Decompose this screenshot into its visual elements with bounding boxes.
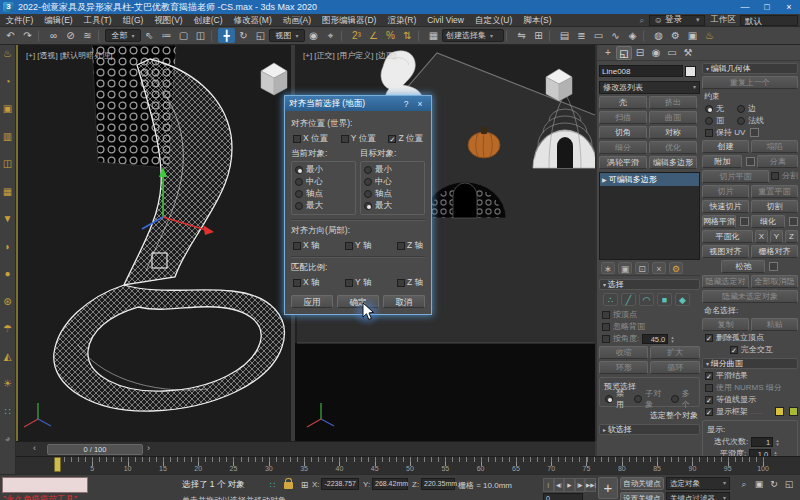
- set-keys-button[interactable]: +: [598, 477, 618, 499]
- edge-subobject-icon[interactable]: ╱: [621, 293, 636, 306]
- time-slider[interactable]: ‹ 0 / 100 ›: [16, 441, 595, 456]
- current-min-radio[interactable]: [295, 166, 303, 174]
- create-tab[interactable]: +: [600, 46, 616, 60]
- schematic-view-icon[interactable]: ◈: [624, 28, 641, 43]
- login-dropdown[interactable]: ☺ 登录 ▾: [649, 15, 705, 26]
- go-to-end-icon[interactable]: ▶▶|: [585, 478, 596, 492]
- ribbon-toggle-icon[interactable]: ▭: [590, 28, 607, 43]
- menu-scripting[interactable]: 脚本(S): [518, 14, 557, 27]
- select-and-move-icon[interactable]: ╋: [218, 28, 235, 43]
- minimize-button[interactable]: —: [734, 0, 756, 14]
- preview-subobj-radio[interactable]: [634, 395, 642, 403]
- quickslice-button[interactable]: 快速切片: [702, 200, 749, 213]
- shrink-button[interactable]: 收缩: [599, 346, 648, 359]
- cone-light-icon[interactable]: ◭: [1, 350, 15, 364]
- detach-button[interactable]: 分离: [757, 155, 798, 168]
- planar-y-button[interactable]: Y: [770, 230, 783, 243]
- constraint-none-radio[interactable]: [705, 105, 713, 113]
- modify-tab[interactable]: ◱: [616, 46, 632, 60]
- named-selection-dropdown[interactable]: 创建选择集: [442, 29, 504, 42]
- attach-settings-icon[interactable]: [746, 157, 755, 166]
- rollout-selection[interactable]: 选择: [599, 279, 700, 290]
- configure-modifier-sets-icon[interactable]: ⚙: [669, 262, 683, 274]
- scale-x-checkbox[interactable]: [293, 279, 301, 287]
- paste-button[interactable]: 粘贴: [751, 318, 798, 331]
- cage-color-swatch[interactable]: [775, 407, 784, 416]
- msmooth-settings-icon[interactable]: [740, 217, 749, 226]
- key-filters-dropdown[interactable]: 关键点过滤器...: [666, 492, 730, 500]
- select-and-scale-icon[interactable]: ◱: [252, 28, 269, 43]
- smooth-result-checkbox[interactable]: [705, 372, 713, 380]
- bind-to-space-warp-icon[interactable]: ≋: [79, 28, 96, 43]
- viewcube[interactable]: [261, 63, 287, 95]
- modifier-button-surface[interactable]: 曲面: [649, 111, 697, 124]
- expand-arrow-icon[interactable]: ▶: [602, 177, 607, 183]
- modifier-button-subdivide[interactable]: 细分: [599, 141, 647, 154]
- menu-group[interactable]: 组(G): [117, 14, 149, 27]
- unhide-all-button[interactable]: 全部取消隐藏: [751, 275, 798, 288]
- select-and-link-icon[interactable]: ∞: [45, 28, 62, 43]
- constraint-face-radio[interactable]: [705, 117, 713, 125]
- y-coord-field[interactable]: 268.42mm: [372, 478, 408, 490]
- motion-tab[interactable]: ◉: [648, 46, 664, 60]
- rectangular-selection-icon[interactable]: ▢: [175, 28, 192, 43]
- preserve-uv-checkbox[interactable]: [705, 129, 713, 137]
- menu-rendering[interactable]: 渲染(R): [382, 14, 422, 27]
- menu-civil-view[interactable]: Civil View: [422, 14, 470, 27]
- display-iterations-field[interactable]: 1: [751, 437, 773, 447]
- hide-selected-button[interactable]: 隐藏选定对象: [702, 275, 749, 288]
- viewport-label[interactable]: [+] [正交] [用户定义] [边面]: [303, 50, 396, 61]
- modifier-button-shell[interactable]: 壳: [599, 96, 647, 109]
- maximize-button[interactable]: □: [756, 0, 778, 14]
- menu-tools[interactable]: 工具(T): [78, 14, 117, 27]
- rollout-edit-geometry[interactable]: 编辑几何体: [702, 63, 798, 74]
- slice-button[interactable]: 切片: [702, 185, 749, 198]
- x-axis-checkbox[interactable]: [293, 242, 301, 250]
- menu-file[interactable]: 文件(F): [0, 14, 39, 27]
- edit-named-selection-sets-icon[interactable]: ▦: [425, 28, 442, 43]
- viewport-perspective[interactable]: [+] [透视] [默认明暗处理]: [16, 45, 291, 441]
- spinner-icon[interactable]: ▴▾: [776, 438, 782, 446]
- vertex-subobject-icon[interactable]: ∴: [603, 293, 618, 306]
- attach-button[interactable]: 附加: [702, 155, 743, 168]
- ring-button[interactable]: 环形: [599, 361, 648, 374]
- time-slider-button[interactable]: 0 / 100: [47, 444, 143, 455]
- x-coord-field[interactable]: -2238.757: [321, 478, 359, 490]
- previous-frame-arrow[interactable]: ‹: [33, 443, 36, 453]
- viewport-label[interactable]: [+] [透视] [默认明暗处理]: [26, 50, 112, 61]
- cancel-button[interactable]: 取消: [383, 295, 425, 308]
- chair-mesh[interactable]: [54, 59, 285, 411]
- cut-button[interactable]: 切割: [751, 200, 798, 213]
- zoom-extents-icon[interactable]: ▣: [752, 478, 766, 491]
- current-max-radio[interactable]: [295, 202, 303, 210]
- target-min-radio[interactable]: [364, 166, 372, 174]
- x-position-checkbox[interactable]: [293, 135, 301, 143]
- app-icon[interactable]: 3: [3, 2, 14, 12]
- redo-icon[interactable]: ↷: [19, 28, 36, 43]
- element-subobject-icon[interactable]: ◆: [675, 293, 690, 306]
- spinner-snap-icon[interactable]: ⇅: [399, 28, 416, 43]
- select-and-rotate-icon[interactable]: ↻: [235, 28, 252, 43]
- modifier-button-chamfer[interactable]: 切角: [599, 126, 647, 139]
- menu-animation[interactable]: 动画(A): [277, 14, 316, 27]
- maxscript-mini-listener[interactable]: [2, 477, 88, 493]
- reference-coordinate-dropdown[interactable]: 视图: [269, 29, 305, 42]
- hierarchy-tab[interactable]: ⊟: [632, 46, 648, 60]
- render-setup-icon[interactable]: ⚙: [667, 28, 684, 43]
- modifier-button-sweep[interactable]: 扫描: [599, 111, 647, 124]
- z-coord-field[interactable]: 220.35mm: [421, 478, 455, 490]
- selection-filter-dropdown[interactable]: 全部: [105, 29, 141, 42]
- full-interactivity-checkbox[interactable]: [730, 346, 738, 354]
- rollout-subdivision-surface[interactable]: 细分曲面: [702, 358, 798, 369]
- constraint-edge-radio[interactable]: [737, 105, 745, 113]
- unlink-selection-icon[interactable]: ⊘: [62, 28, 79, 43]
- previous-frame-icon[interactable]: ◀|: [554, 478, 565, 492]
- render-icon[interactable]: ♨: [701, 28, 718, 43]
- display-tab[interactable]: ▭: [664, 46, 680, 60]
- y-position-checkbox[interactable]: [341, 135, 349, 143]
- border-subobject-icon[interactable]: ◠: [639, 293, 654, 306]
- undo-icon[interactable]: ↶: [2, 28, 19, 43]
- preview-multi-radio[interactable]: [671, 395, 679, 403]
- view-align-button[interactable]: 视图对齐: [702, 245, 749, 258]
- dialog-close-button[interactable]: ×: [413, 99, 427, 109]
